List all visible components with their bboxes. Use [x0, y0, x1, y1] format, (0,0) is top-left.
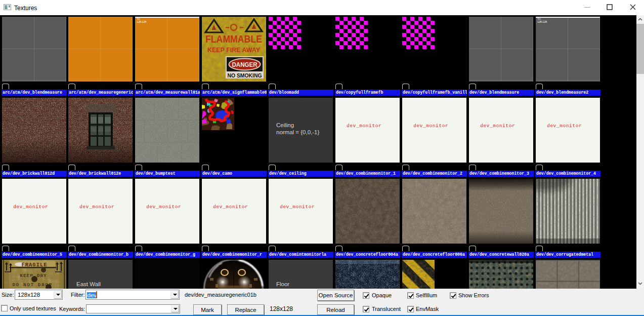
svg-text:NO SMOKING: NO SMOKING: [228, 72, 262, 78]
svg-text:DANGER: DANGER: [232, 61, 257, 68]
svg-text:FRAGILE: FRAGILE: [21, 262, 47, 268]
svg-text:KEEP FIRE AWAY: KEEP FIRE AWAY: [207, 46, 260, 54]
svg-text:FLAMMABLE: FLAMMABLE: [205, 33, 262, 45]
